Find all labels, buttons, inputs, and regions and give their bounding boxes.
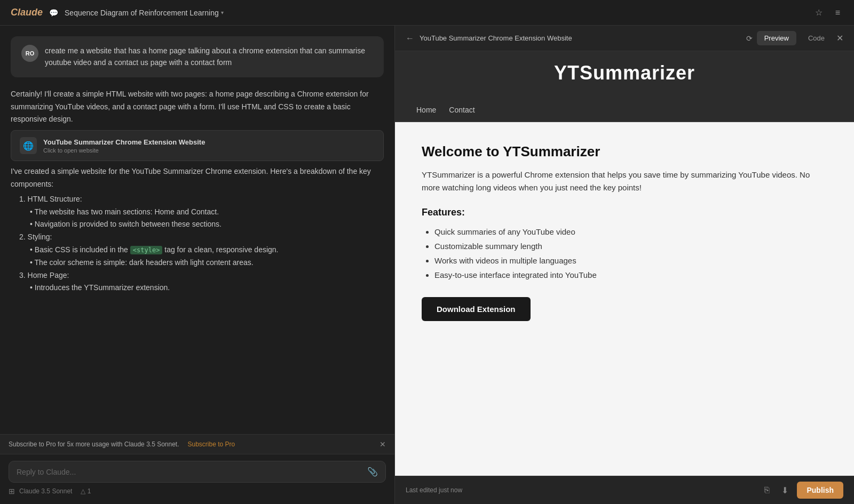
website-card[interactable]: 🌐 YouTube Summarizer Chrome Extension We… — [11, 130, 384, 161]
list-sub-1-2: Navigation is provided to switch between… — [30, 218, 384, 231]
list-sub-3-1: Introduces the YTSummarizer extension. — [30, 282, 384, 294]
copy-button[interactable]: ⎘ — [761, 483, 773, 497]
tab-code[interactable]: Code — [801, 31, 832, 45]
star-icon: ☆ — [815, 8, 823, 17]
subscribe-bar: Subscribe to Pro for 5x more usage with … — [0, 434, 394, 454]
site-features-title: Features: — [422, 207, 827, 218]
menu-icon: ≡ — [835, 8, 840, 17]
website-card-icon: 🌐 — [20, 137, 37, 154]
last-edited-text: Last edited just now — [406, 486, 462, 494]
site-nav-contact[interactable]: Contact — [449, 106, 475, 114]
star-button[interactable]: ☆ — [812, 4, 826, 21]
assistant-intro-text: Certainly! I'll create a simple HTML web… — [11, 88, 384, 126]
list-sub-2-1: Basic CSS is included in the <style> tag… — [30, 244, 384, 257]
download-icon: ⬇ — [781, 486, 788, 495]
site-nav: Home Contact — [395, 100, 854, 122]
refresh-button[interactable]: ⟳ — [746, 34, 753, 43]
list-sub-2-2: The color scheme is simple: dark headers… — [30, 257, 384, 269]
site-header: YTSummarizer — [395, 51, 854, 100]
top-bar-right: ☆ ≡ — [812, 4, 843, 21]
sidebar-toggle-icon[interactable]: ⊞ — [9, 487, 15, 495]
chat-icon: 💬 — [49, 9, 58, 17]
list-item-2: 2. Styling: — [19, 231, 384, 244]
input-wrapper: Reply to Claude... 📎 — [9, 461, 386, 483]
site-feature-list: Quick summaries of any YouTube video Cus… — [434, 225, 827, 282]
site-content-desc: YTSummarizer is a powerful Chrome extens… — [422, 169, 827, 194]
top-bar: Claude 💬 Sequence Diagram of Reinforceme… — [0, 0, 854, 26]
right-panel: ← YouTube Summarizer Chrome Extension We… — [395, 26, 854, 504]
preview-title: YouTube Summarizer Chrome Extension Webs… — [420, 34, 572, 42]
claude-logo: Claude — [11, 7, 43, 18]
publish-button[interactable]: Publish — [797, 482, 843, 499]
conversation-title-text: Sequence Diagram of Reinforcement Learni… — [65, 9, 219, 17]
user-message: RO create me a website that has a home p… — [11, 36, 384, 77]
site-content: Welcome to YTSummarizer YTSummarizer is … — [395, 122, 854, 476]
list-container: 1. HTML Structure: The website has two m… — [11, 193, 384, 294]
model-info: ⊞ Claude 3.5 Sonnet △ 1 — [9, 483, 386, 498]
website-card-subtitle: Click to open website — [43, 147, 375, 154]
input-placeholder[interactable]: Reply to Claude... — [17, 468, 76, 476]
preview-header-right: ⟳ Preview Code ✕ — [746, 31, 843, 45]
top-bar-left: Claude 💬 Sequence Diagram of Reinforceme… — [11, 7, 224, 18]
download-button[interactable]: ⬇ — [778, 483, 792, 498]
close-preview-button[interactable]: ✕ — [836, 33, 843, 43]
download-extension-button[interactable]: Download Extension — [422, 297, 531, 321]
input-area: Reply to Claude... 📎 ⊞ Claude 3.5 Sonnet… — [0, 454, 394, 504]
list-item-1: 1. HTML Structure: — [19, 193, 384, 206]
preview-footer: Last edited just now ⎘ ⬇ Publish — [395, 476, 854, 504]
chat-messages: RO create me a website that has a home p… — [0, 26, 394, 434]
assistant-message: Certainly! I'll create a simple HTML web… — [11, 86, 384, 297]
user-message-text: create me a website that has a home page… — [45, 45, 373, 69]
website-card-title: YouTube Summarizer Chrome Extension Webs… — [43, 138, 375, 146]
back-button[interactable]: ← — [406, 34, 414, 43]
footer-actions: ⎘ ⬇ Publish — [761, 482, 843, 499]
preview-header-left: ← YouTube Summarizer Chrome Extension We… — [406, 34, 572, 43]
subscribe-close-button[interactable]: ✕ — [379, 440, 386, 449]
assistant-followup-text: I've created a simple website for the Yo… — [11, 165, 384, 191]
site-content-title: Welcome to YTSummarizer — [422, 143, 827, 160]
main-layout: RO create me a website that has a home p… — [0, 26, 854, 504]
warning-count: △ 1 — [81, 487, 91, 495]
tab-preview[interactable]: Preview — [757, 31, 796, 45]
chevron-down-icon: ▾ — [221, 10, 224, 15]
subscribe-to-pro-button[interactable]: Subscribe to Pro — [188, 441, 235, 448]
attach-icon[interactable]: 📎 — [367, 467, 378, 477]
list-sub-1-1: The website has two main sections: Home … — [30, 206, 384, 219]
website-card-info: YouTube Summarizer Chrome Extension Webs… — [43, 138, 375, 154]
avatar: RO — [21, 45, 38, 62]
site-title: YTSummarizer — [416, 62, 833, 84]
feature-item-4: Easy-to-use interface integrated into Yo… — [434, 268, 827, 282]
model-name: Claude 3.5 Sonnet — [19, 487, 72, 495]
website-preview: YTSummarizer Home Contact Welcome to YTS… — [395, 51, 854, 476]
subscribe-text: Subscribe to Pro for 5x more usage with … — [9, 441, 179, 448]
feature-item-2: Customizable summary length — [434, 239, 827, 253]
list-item-3: 3. Home Page: — [19, 269, 384, 282]
feature-item-3: Works with videos in multiple languages — [434, 253, 827, 268]
site-nav-home[interactable]: Home — [416, 106, 436, 114]
feature-item-1: Quick summaries of any YouTube video — [434, 225, 827, 239]
subscribe-bar-left: Subscribe to Pro for 5x more usage with … — [9, 441, 235, 448]
copy-icon: ⎘ — [764, 485, 770, 494]
conversation-title[interactable]: Sequence Diagram of Reinforcement Learni… — [65, 9, 224, 17]
left-panel: RO create me a website that has a home p… — [0, 26, 395, 504]
preview-header: ← YouTube Summarizer Chrome Extension We… — [395, 26, 854, 51]
menu-button[interactable]: ≡ — [832, 5, 843, 21]
